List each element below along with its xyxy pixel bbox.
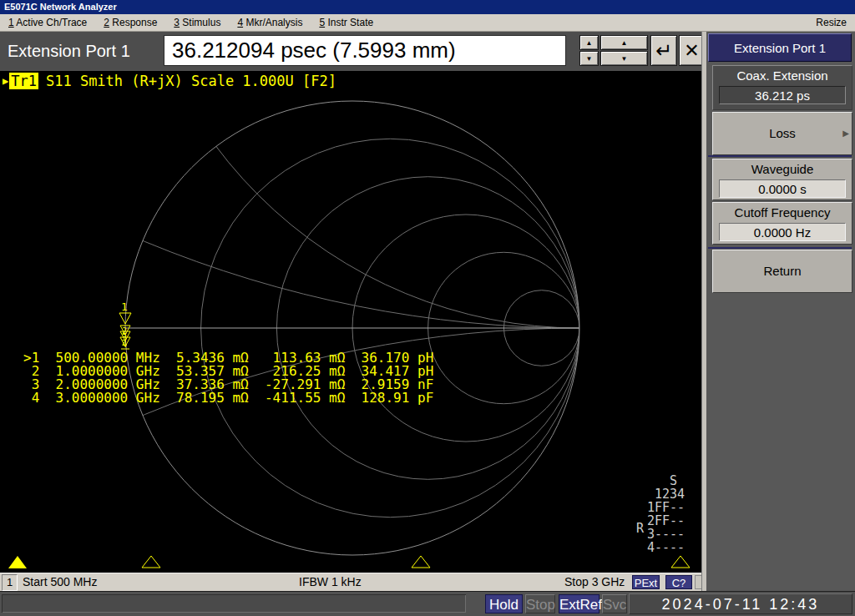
- active-trace-arrow-icon: ▶: [3, 75, 8, 87]
- ext-reference-indicator: ExtRef: [559, 594, 600, 613]
- channel-status-bar: 1 Start 500 MHz IFBW 1 kHz Stop 3 GHz PE…: [0, 573, 701, 591]
- softkey-waveguide[interactable]: Waveguide 0.0000 s: [712, 159, 852, 200]
- sweep-stop-indicator: Stop: [525, 594, 555, 613]
- softkey-loss[interactable]: Loss ▶: [712, 112, 852, 155]
- stimulus-marker-4: [671, 556, 690, 568]
- correction-badge: C?: [665, 575, 692, 589]
- smith-chart-svg: 1 2 3 4: [0, 71, 701, 573]
- stimulus-markers: [8, 556, 690, 568]
- softkey-panel: Extension Port 1 Coax. Extension 36.212 …: [706, 32, 855, 591]
- window-title: E5071C Network Analyzer: [4, 2, 117, 12]
- menu-active-ch-trace[interactable]: 1 Active Ch/Trace: [8, 17, 87, 28]
- softkey-coax-extension[interactable]: Coax. Extension 36.212 ps: [712, 65, 852, 110]
- entry-toolbar: Extension Port 1 ▲ ▼ ▲ ▼ ↵ ✕: [0, 32, 706, 71]
- trace1-badge[interactable]: Tr1: [9, 73, 38, 89]
- svg-text:4: 4: [122, 340, 127, 349]
- menu-mkr-analysis[interactable]: 4 Mkr/Analysis: [237, 17, 302, 28]
- smith-grid: [0, 71, 701, 573]
- spin-down-small-button[interactable]: ▼: [579, 51, 599, 66]
- menu-bar: 1 Active Ch/Trace 2 Response 3 Stimulus …: [0, 14, 855, 32]
- trace-status-line: ▶ Tr1 S11 Smith (R+jX) Scale 1.000U [F2]: [3, 73, 336, 89]
- sweep-hold-indicator: Hold: [485, 594, 523, 613]
- entry-input[interactable]: [164, 35, 566, 66]
- title-bar: E5071C Network Analyzer: [0, 0, 855, 14]
- service-indicator: Svc: [602, 594, 627, 613]
- spin-down-large-button[interactable]: ▼: [600, 51, 648, 66]
- softkey-return[interactable]: Return: [712, 250, 852, 293]
- start-frequency: Start 500 MHz: [23, 573, 97, 591]
- spin-up-large-button[interactable]: ▲: [600, 35, 648, 50]
- datetime-readout: 2024-07-11 12:43: [629, 593, 852, 614]
- marker-row: 4 3.0000000 GHz 78.195 mΩ -411.55 mΩ 128…: [23, 391, 433, 405]
- trace1-format-scale: S11 Smith (R+jX) Scale 1.000U [F2]: [46, 73, 336, 89]
- marker-table: >1 500.00000 MHz 5.3436 mΩ 113.63 mΩ 36.…: [23, 351, 433, 405]
- entry-label: Extension Port 1: [8, 32, 130, 71]
- channel-trace-status-matrix: R S 1234 1FF-- 2FF-- 3---- 4----: [647, 474, 685, 554]
- matrix-lines: S 1234 1FF-- 2FF-- 3---- 4----: [647, 474, 685, 554]
- stimulus-marker-2: [142, 556, 160, 568]
- menu-instr-state[interactable]: 5 Instr State: [319, 17, 373, 28]
- softkey-separator: [708, 155, 852, 157]
- spin-up-small-button[interactable]: ▲: [579, 35, 599, 50]
- menu-response[interactable]: 2 Response: [104, 17, 157, 28]
- enter-button[interactable]: ↵: [650, 35, 677, 66]
- chart-area: 1 2 3 4 ▶ Tr1 S11 Smith (R+jX): [0, 71, 701, 573]
- menu-stimulus[interactable]: 3 Stimulus: [174, 17, 220, 28]
- e5071c-screen: E5071C Network Analyzer 1 Active Ch/Trac…: [0, 0, 855, 616]
- svg-text:1: 1: [121, 300, 128, 313]
- submenu-arrow-icon: ▶: [842, 129, 849, 138]
- ifbw-readout: IFBW 1 kHz: [299, 573, 362, 591]
- coax-extension-value: 36.212 ps: [719, 86, 846, 104]
- matrix-side-label: R: [636, 522, 644, 535]
- system-status-bar: Hold Stop ExtRef Svc 2024-07-11 12:43: [0, 591, 855, 616]
- stop-frequency: Stop 3 GHz: [564, 573, 625, 591]
- marker-cluster-2-3-4: 2 3 4: [120, 326, 130, 349]
- waveguide-value: 0.0000 s: [719, 179, 846, 198]
- port-extension-badge: PExt: [632, 575, 660, 589]
- cutoff-frequency-value: 0.0000 Hz: [719, 223, 846, 241]
- message-area: [2, 594, 466, 613]
- softkey-menu-title: Extension Port 1: [708, 33, 852, 62]
- stimulus-marker-1: [8, 556, 27, 568]
- softkey-separator: [708, 247, 852, 249]
- fine-step-spinner: ▲ ▼: [579, 35, 599, 66]
- softkey-cutoff-frequency[interactable]: Cutoff Frequency 0.0000 Hz: [712, 202, 852, 245]
- stimulus-marker-3: [412, 556, 430, 568]
- menu-resize[interactable]: Resize: [816, 17, 847, 28]
- coarse-step-spinner: ▲ ▼: [600, 35, 648, 66]
- channel-number-box: 1: [2, 574, 18, 591]
